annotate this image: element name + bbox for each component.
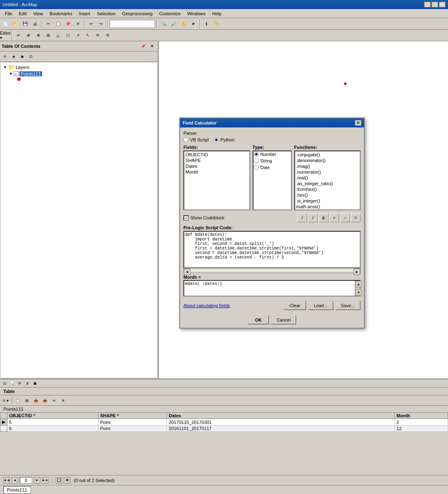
- menu-insert[interactable]: Insert: [75, 9, 94, 18]
- menu-customize[interactable]: Customize: [156, 9, 184, 18]
- parser-vbscript[interactable]: VB Script: [183, 137, 209, 142]
- menu-windows[interactable]: Windows: [184, 9, 209, 18]
- layer-checkbox[interactable]: ✓: [14, 71, 19, 76]
- tool2[interactable]: ⊕: [24, 31, 33, 40]
- bt-btn1[interactable]: ⊡: [2, 380, 8, 387]
- func-as-integer-ratio[interactable]: .as_integer_ratio(): [296, 181, 360, 186]
- functions-listbox[interactable]: .conjugate() .denominator() .imag() .num…: [294, 151, 361, 210]
- clear-button[interactable]: Clear: [284, 301, 306, 310]
- dialog-close-btn[interactable]: ✕: [355, 120, 361, 126]
- row2-selector[interactable]: [0, 426, 7, 432]
- maximize-btn[interactable]: □: [432, 2, 438, 7]
- menu-bookmarks[interactable]: Bookmarks: [46, 9, 75, 18]
- menu-selection[interactable]: Selection: [94, 9, 119, 18]
- measure-btn[interactable]: 📏: [212, 19, 221, 28]
- tool1[interactable]: ✏: [14, 31, 23, 40]
- prescript-textarea[interactable]: def mdate(dates): import datetime first,…: [184, 232, 360, 267]
- zoom-in-btn[interactable]: 🔍: [159, 19, 168, 28]
- zoom-out-btn[interactable]: 🔎: [169, 19, 178, 28]
- toc-visibility-btn[interactable]: ◉: [18, 52, 26, 61]
- func-acos[interactable]: math.acos(): [296, 204, 360, 209]
- toc-list-btn[interactable]: ≡: [1, 52, 9, 61]
- date-radio[interactable]: [254, 165, 259, 170]
- undo-btn[interactable]: ↩: [87, 19, 96, 28]
- tool9[interactable]: ⟳: [93, 31, 102, 40]
- prev-record-btn[interactable]: ◄: [12, 477, 18, 484]
- tt2-delete-btn[interactable]: ✕: [59, 396, 67, 405]
- python-radio[interactable]: [214, 137, 219, 142]
- table-row[interactable]: 6 Point 20161101_20170117 12: [0, 426, 448, 432]
- output-textarea[interactable]: mdate( !Dates!): [184, 281, 355, 296]
- math-minus-btn[interactable]: −: [340, 213, 350, 222]
- bt-stop-btn[interactable]: ⏹: [31, 380, 38, 387]
- hscroll-right-btn[interactable]: ►: [354, 268, 360, 275]
- dialog-title-bar[interactable]: Field Calculator ✕: [180, 118, 364, 127]
- tool8[interactable]: ↖: [83, 31, 92, 40]
- func-imag[interactable]: .imag(): [296, 163, 360, 169]
- expand-icon[interactable]: ▼: [3, 65, 7, 69]
- tt2-menu-btn[interactable]: ≡ ▾: [2, 396, 10, 405]
- math-plus-btn[interactable]: +: [329, 213, 339, 222]
- save-button[interactable]: Save...: [335, 301, 361, 310]
- toc-pin-btn[interactable]: 📌: [139, 42, 147, 50]
- math-amp-btn[interactable]: &: [319, 213, 328, 222]
- field-dates[interactable]: Dates: [185, 163, 249, 169]
- number-radio[interactable]: [254, 152, 259, 157]
- func-conjugate[interactable]: .conjugate(): [296, 152, 360, 158]
- bt-pause-btn[interactable]: ⏸: [24, 380, 30, 387]
- show-selected-btn[interactable]: 🔲: [56, 477, 62, 484]
- vb-radio[interactable]: [183, 137, 188, 142]
- last-record-btn[interactable]: ►►: [42, 477, 49, 484]
- toc-selection-btn[interactable]: ⊡: [27, 52, 35, 61]
- menu-help[interactable]: Help: [209, 9, 225, 18]
- about-link[interactable]: About calculating fields: [183, 303, 230, 308]
- first-record-btn[interactable]: ◄◄: [3, 477, 10, 484]
- vscroll-up-btn[interactable]: ▲: [355, 281, 362, 287]
- func-is-integer[interactable]: .is_integer(): [296, 198, 360, 204]
- minimize-btn[interactable]: ─: [424, 2, 431, 7]
- codeblock-checkbox[interactable]: ✓: [183, 215, 189, 221]
- print-btn[interactable]: 🖨: [30, 19, 40, 28]
- coordinate-input[interactable]: 1:34 848 959: [110, 20, 155, 28]
- vscroll-down-btn[interactable]: ▼: [355, 289, 362, 296]
- func-real[interactable]: .real(): [296, 175, 360, 181]
- math-divide-btn[interactable]: /: [297, 213, 307, 222]
- tool3[interactable]: ⊗: [34, 31, 43, 40]
- func-numerator[interactable]: .numerator(): [296, 169, 360, 175]
- field-month[interactable]: Month: [185, 169, 249, 175]
- identify-btn[interactable]: ℹ: [202, 19, 211, 28]
- fields-listbox[interactable]: OBJECTID SHAPE Dates Month: [183, 151, 250, 210]
- tool7[interactable]: ↗: [73, 31, 82, 40]
- table-container[interactable]: OBJECTID * SHAPE * Dates Month ▶ 5 Point…: [0, 412, 448, 475]
- func-acosh[interactable]: math.acosh(): [296, 209, 360, 210]
- tt2-btn3[interactable]: ⊞: [23, 396, 31, 405]
- type-string[interactable]: String: [254, 158, 291, 163]
- output-vscroll[interactable]: ▲ ▼: [355, 281, 360, 296]
- pan-btn[interactable]: ✋: [179, 19, 188, 28]
- tt2-btn5[interactable]: 📥: [41, 396, 49, 405]
- bt-refresh-btn[interactable]: ⟳: [16, 380, 23, 387]
- tool6[interactable]: ◻: [63, 31, 73, 40]
- menu-edit[interactable]: Edit: [16, 9, 30, 18]
- prescript-hscroll[interactable]: ◄ ►: [183, 268, 361, 273]
- func-fromhex[interactable]: .fromhex(): [296, 186, 360, 192]
- window-controls[interactable]: ─ □ ✕: [424, 2, 446, 7]
- ok-button[interactable]: OK: [248, 315, 270, 325]
- cut-btn[interactable]: ✂: [44, 19, 53, 28]
- func-denominator[interactable]: .denominator(): [296, 158, 360, 163]
- delete-btn[interactable]: ✕: [73, 19, 82, 28]
- row1-selector[interactable]: ▶: [0, 419, 7, 426]
- col-dates[interactable]: Dates: [167, 413, 395, 419]
- type-number[interactable]: Number: [254, 152, 291, 157]
- paste-btn[interactable]: 📌: [63, 19, 73, 28]
- select-btn[interactable]: ➤: [189, 19, 198, 28]
- tool10[interactable]: ⟲: [103, 31, 112, 40]
- layer-name-label[interactable]: Points111: [19, 71, 42, 76]
- hscroll-left-btn[interactable]: ◄: [184, 268, 190, 275]
- show-all-btn[interactable]: 🔳: [64, 477, 70, 484]
- close-btn[interactable]: ✕: [439, 2, 446, 7]
- field-objectid[interactable]: OBJECTID: [185, 152, 249, 158]
- col-shape[interactable]: SHAPE *: [98, 413, 167, 419]
- next-record-btn[interactable]: ►: [34, 477, 40, 484]
- table-row[interactable]: ▶ 5 Point 20170115_20170301 2: [0, 419, 448, 426]
